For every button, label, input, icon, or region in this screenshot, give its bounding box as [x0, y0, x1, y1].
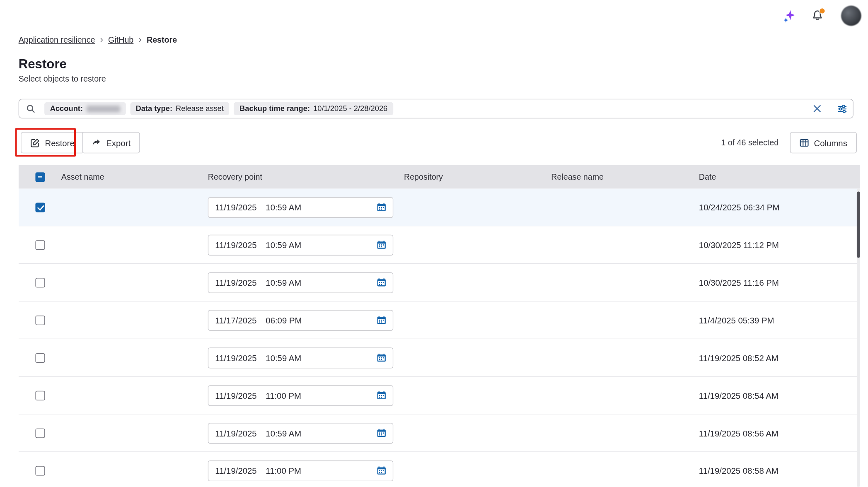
table-row[interactable]: 11/17/2025 06:09 PM 11/4/2025 05:39 PM [19, 301, 860, 339]
column-header-asset-name: Asset name [61, 172, 208, 181]
row-checkbox[interactable] [35, 353, 45, 362]
recovery-time: 11:00 PM [266, 466, 301, 475]
calendar-icon[interactable] [377, 353, 386, 362]
chevron-right-icon: › [139, 35, 142, 44]
select-all-checkbox[interactable] [35, 172, 45, 182]
table-row[interactable]: 11/19/2025 10:59 AM 11/19/2025 08:52 AM [19, 339, 860, 377]
table-scrollbar-track [857, 189, 860, 487]
recovery-point-input[interactable]: 11/19/2025 10:59 AM [208, 422, 393, 443]
breadcrumb-restore: Restore [147, 35, 177, 44]
recovery-point-input[interactable]: 11/19/2025 10:59 AM [208, 272, 393, 293]
recovery-time: 06:09 PM [266, 315, 302, 325]
filter-settings-icon[interactable] [837, 104, 847, 113]
recovery-point-input[interactable]: 11/19/2025 10:59 AM [208, 234, 393, 255]
breadcrumb-application-resilience[interactable]: Application resilience [19, 35, 95, 44]
table-row[interactable]: 11/19/2025 11:00 PM 11/19/2025 08:58 AM [19, 452, 860, 487]
row-checkbox[interactable] [35, 315, 45, 325]
table-row[interactable]: 11/19/2025 10:59 AM 10/30/2025 11:16 PM [19, 264, 860, 301]
date-cell: 11/4/2025 05:39 PM [699, 315, 860, 325]
recovery-point-input[interactable]: 11/17/2025 06:09 PM [208, 310, 393, 330]
recovery-date: 11/19/2025 [215, 278, 256, 287]
date-cell: 11/19/2025 08:58 AM [699, 466, 860, 475]
page-subtitle: Select objects to restore [19, 74, 106, 83]
search-icon[interactable] [26, 104, 35, 113]
column-header-recovery-point: Recovery point [208, 172, 404, 181]
recovery-date: 11/19/2025 [215, 428, 256, 438]
recovery-time: 10:59 AM [266, 353, 301, 362]
row-checkbox[interactable] [35, 278, 45, 287]
recovery-point-input[interactable]: 11/19/2025 10:59 AM [208, 197, 393, 217]
breadcrumb-github[interactable]: GitHub [108, 35, 133, 44]
table-scrollbar-thumb[interactable] [857, 191, 860, 258]
ai-sparkle-icon[interactable] [782, 9, 797, 26]
table-row[interactable]: 11/19/2025 10:59 AM 11/19/2025 08:56 AM [19, 415, 860, 452]
clear-filters-icon[interactable] [813, 104, 821, 113]
recovery-date: 11/19/2025 [215, 391, 256, 400]
column-header-release-name: Release name [551, 172, 699, 181]
recovery-point-input[interactable]: 11/19/2025 11:00 PM [208, 385, 393, 406]
restore-icon [30, 138, 40, 147]
filter-chip-backup-time-range[interactable]: Backup time range: 10/1/2025 - 2/28/2026 [234, 102, 393, 115]
recovery-date: 11/19/2025 [215, 240, 256, 250]
calendar-icon[interactable] [377, 203, 386, 212]
export-icon [92, 138, 101, 147]
restore-button[interactable]: Restore [21, 132, 84, 154]
breadcrumb: Application resilience › GitHub › Restor… [19, 35, 177, 44]
recovery-time: 10:59 AM [266, 240, 301, 250]
selection-status: 1 of 46 selected [721, 138, 779, 147]
export-button[interactable]: Export [82, 132, 140, 154]
restore-objects-table: Asset name Recovery point Repository Rel… [19, 165, 860, 487]
recovery-time: 10:59 AM [266, 278, 301, 287]
table-row[interactable]: 11/19/2025 11:00 PM 11/19/2025 08:54 AM [19, 377, 860, 415]
date-cell: 10/24/2025 06:34 PM [699, 203, 860, 212]
table-row[interactable]: 11/19/2025 10:59 AM 10/24/2025 06:34 PM [19, 189, 860, 227]
calendar-icon[interactable] [377, 316, 386, 325]
recovery-date: 11/19/2025 [215, 203, 256, 212]
row-checkbox[interactable] [35, 203, 45, 212]
filter-chip-data-type[interactable]: Data type: Release asset [130, 102, 230, 115]
restore-button-label: Restore [45, 138, 74, 147]
chip-value: Release asset [176, 104, 224, 113]
chip-label: Data type: [135, 104, 172, 113]
columns-button-label: Columns [814, 138, 847, 147]
table-row[interactable]: 11/19/2025 10:59 AM 10/30/2025 11:12 PM [19, 226, 860, 264]
date-cell: 11/19/2025 08:56 AM [699, 428, 860, 438]
calendar-icon[interactable] [377, 429, 386, 438]
columns-button[interactable]: Columns [790, 132, 857, 154]
recovery-time: 10:59 AM [266, 203, 301, 212]
chip-label: Account: [50, 104, 83, 113]
recovery-time: 10:59 AM [266, 428, 301, 438]
user-avatar[interactable] [841, 6, 861, 26]
table-body: 11/19/2025 10:59 AM 10/24/2025 06:34 PM [19, 189, 860, 487]
date-cell: 10/30/2025 11:16 PM [699, 278, 860, 287]
recovery-point-input[interactable]: 11/19/2025 10:59 AM [208, 347, 393, 368]
chip-label: Backup time range: [239, 104, 310, 113]
date-cell: 11/19/2025 08:54 AM [699, 391, 860, 400]
table-header-row: Asset name Recovery point Repository Rel… [19, 165, 860, 189]
row-checkbox[interactable] [35, 240, 45, 250]
filter-chip-account[interactable]: Account: [44, 102, 126, 115]
chevron-right-icon: › [100, 35, 103, 44]
columns-grid-icon [799, 138, 809, 147]
page-title: Restore [19, 57, 67, 72]
calendar-icon[interactable] [377, 240, 386, 249]
recovery-date: 11/19/2025 [215, 353, 256, 362]
row-checkbox[interactable] [35, 391, 45, 400]
filter-search-bar[interactable]: Account: Data type: Release asset Backup… [19, 99, 853, 118]
export-button-label: Export [106, 138, 131, 147]
row-checkbox[interactable] [35, 428, 45, 438]
recovery-point-input[interactable]: 11/19/2025 11:00 PM [208, 460, 393, 481]
restore-page: Application resilience › GitHub › Restor… [0, 0, 868, 487]
column-header-date: Date [699, 172, 860, 181]
calendar-icon[interactable] [377, 391, 386, 400]
date-cell: 10/30/2025 11:12 PM [699, 240, 860, 250]
calendar-icon[interactable] [377, 278, 386, 287]
calendar-icon[interactable] [377, 466, 386, 475]
row-checkbox[interactable] [35, 466, 45, 475]
account-value-blur [86, 105, 120, 112]
filter-chips: Account: Data type: Release asset Backup… [44, 102, 393, 115]
notifications-bell-icon[interactable] [811, 10, 824, 24]
chip-value: 10/1/2025 - 2/28/2026 [313, 104, 387, 113]
notification-badge [819, 8, 825, 14]
date-cell: 11/19/2025 08:52 AM [699, 353, 860, 362]
